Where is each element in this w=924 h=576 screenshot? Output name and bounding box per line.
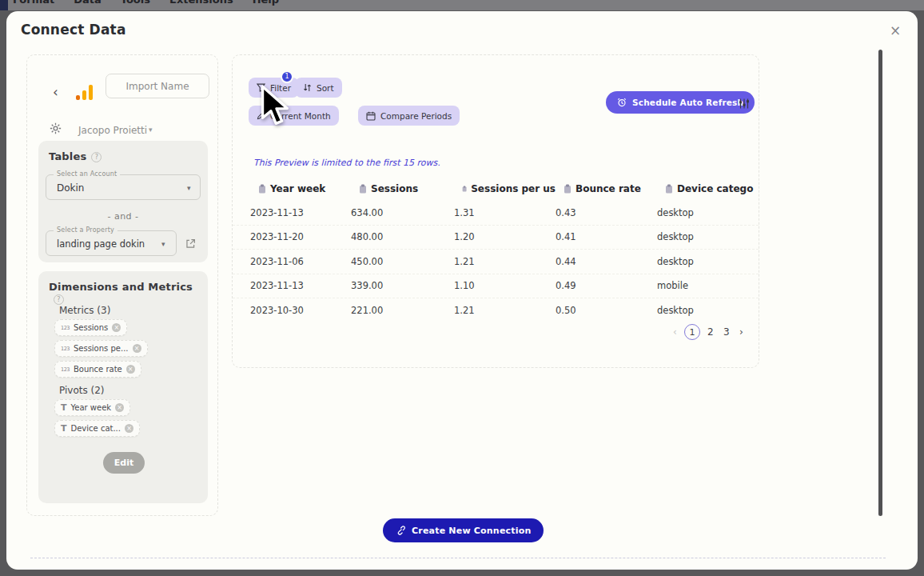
account-select-value: Dokin (57, 182, 84, 194)
menu-format: Format (13, 0, 54, 6)
dimensions-heading: Dimensions and Metrics? (49, 281, 208, 305)
bottom-divider (30, 558, 886, 558)
page-button-2[interactable]: 2 (707, 326, 714, 338)
text-T-icon: T (61, 423, 67, 434)
column-header[interactable]: Sessions (351, 183, 454, 194)
column-header[interactable]: Sessions per us (454, 183, 556, 194)
text-T-icon: T (61, 402, 67, 413)
tune-sliders-icon[interactable] (739, 97, 750, 112)
metrics-group-label: Metrics (3) (59, 305, 110, 316)
alarm-clock-icon (617, 98, 627, 107)
close-icon[interactable]: × (886, 21, 905, 40)
property-select-value: landing page dokin (57, 238, 145, 250)
table-row: 2023-11-20 480.00 1.20 0.41 desktop (233, 226, 759, 250)
calendar-icon (366, 111, 376, 121)
funnel-icon (257, 83, 265, 92)
modal-scrollbar[interactable] (878, 50, 882, 516)
column-header[interactable]: Year week (250, 183, 351, 194)
property-select-label: Select a Property (54, 226, 117, 234)
table-row: 2023-10-30 221.00 1.21 0.50 desktop (233, 298, 759, 323)
gear-icon[interactable] (50, 122, 62, 138)
preview-panel: Filter 1 Sort Current Month Compare Peri… (232, 54, 759, 368)
sort-button[interactable]: Sort (295, 78, 342, 98)
date-range-button[interactable]: Current Month (249, 106, 339, 126)
compare-periods-button[interactable]: Compare Periods (358, 106, 460, 126)
help-icon[interactable]: ? (91, 152, 102, 162)
column-header[interactable]: Bounce rate (556, 183, 657, 194)
numeric-123-icon: 123 (61, 346, 70, 352)
remove-icon[interactable]: × (115, 403, 124, 412)
clipboard-icon (564, 184, 572, 194)
sheets-menubar: Format Data Tools Extensions Help (0, 0, 924, 10)
help-icon[interactable]: ? (54, 294, 64, 305)
chevron-down-icon: ▾ (187, 184, 191, 192)
numeric-123-icon: 123 (61, 366, 70, 373)
page-title: Connect Data (21, 22, 126, 38)
sidebar: ‹ Jacopo Proietti ▾ Tables? Select an Ac… (26, 54, 218, 516)
table-row: 2023-11-13 339.00 1.10 0.49 mobile (233, 274, 759, 299)
filter-count-badge: 1 (281, 70, 293, 83)
clipboard-icon (258, 184, 266, 194)
remove-icon[interactable]: × (112, 323, 121, 332)
dimensions-metrics-card: Dimensions and Metrics? Metrics (3) 123 … (38, 271, 208, 503)
page-button-3[interactable]: 3 (723, 326, 730, 338)
account-select[interactable]: Select an Account Dokin ▾ (46, 174, 201, 200)
chevron-down-icon[interactable]: ▾ (149, 126, 153, 134)
remove-icon[interactable]: × (133, 344, 141, 353)
numeric-123-icon: 123 (61, 325, 70, 331)
menu-help: Help (253, 0, 279, 6)
menu-data: Data (74, 0, 102, 6)
table-header-row: Year week Sessions Sessions per us Bounc… (233, 177, 759, 201)
pivot-chip-year-week[interactable]: T Year week × (54, 399, 130, 416)
prev-page-icon[interactable]: ‹ (673, 326, 677, 338)
tables-card: Tables? Select an Account Dokin ▾ - and … (38, 141, 208, 262)
edit-button[interactable]: Edit (103, 452, 145, 474)
clipboard-icon (359, 184, 367, 194)
pivot-chip-device-category[interactable]: T Device cat... × (54, 420, 140, 437)
metric-chip-bounce-rate[interactable]: 123 Bounce rate × (54, 361, 141, 378)
preview-limit-note: This Preview is limited to the first 15 … (253, 158, 440, 168)
remove-icon[interactable]: × (125, 424, 133, 433)
menu-extensions: Extensions (169, 0, 233, 6)
table-row: 2023-11-06 450.00 1.21 0.44 desktop (233, 250, 759, 274)
sheets-corner (0, 0, 8, 10)
analytics-logo-icon (75, 84, 94, 102)
clipboard-icon (665, 184, 673, 194)
account-select-label: Select an Account (54, 170, 120, 178)
chevron-down-icon: ▾ (161, 240, 165, 248)
remove-icon[interactable]: × (126, 365, 135, 374)
metric-chip-sessions-per[interactable]: 123 Sessions pe... × (54, 340, 148, 357)
user-name[interactable]: Jacopo Proietti (78, 125, 147, 136)
metric-chip-sessions[interactable]: 123 Sessions × (54, 319, 127, 336)
pencil-icon (257, 111, 265, 120)
page-button-1[interactable]: 1 (684, 324, 700, 340)
sort-arrows-icon (303, 83, 312, 92)
import-name-input[interactable] (106, 74, 209, 98)
property-select[interactable]: Select a Property landing page dokin ▾ (46, 230, 177, 256)
create-new-connection-button[interactable]: Create New Connection (383, 518, 544, 542)
preview-table: Year week Sessions Sessions per us Bounc… (233, 177, 759, 323)
schedule-auto-refresh-button[interactable]: Schedule Auto Refresh (606, 91, 755, 114)
clipboard-icon (462, 184, 467, 194)
connect-data-modal: Connect Data × ‹ Jacopo Proietti ▾ Table… (6, 11, 918, 570)
pivots-group-label: Pivots (2) (59, 385, 105, 396)
tables-heading: Tables? (49, 150, 102, 162)
back-chevron-icon[interactable]: ‹ (53, 86, 58, 98)
external-link-icon[interactable] (185, 237, 196, 252)
next-page-icon[interactable]: › (739, 326, 743, 338)
column-header[interactable]: Device catego (657, 183, 759, 194)
table-row: 2023-11-13 634.00 1.31 0.43 desktop (233, 201, 759, 226)
pagination: ‹ 1 2 3 › (233, 324, 759, 343)
and-separator: - and - (38, 211, 208, 222)
menu-tools: Tools (121, 0, 150, 6)
link-icon (396, 526, 405, 535)
